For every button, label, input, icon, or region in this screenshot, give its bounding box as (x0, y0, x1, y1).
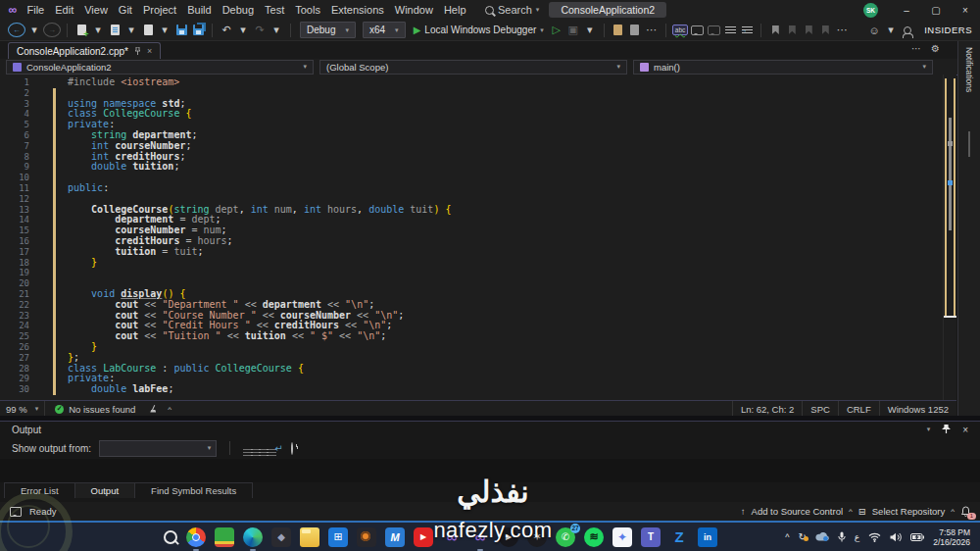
code-line-9[interactable]: 9 double tuition; (0, 162, 956, 173)
chrome-icon[interactable] (186, 527, 206, 547)
linkedin-icon[interactable]: in (698, 527, 717, 547)
panel-tab-error-list[interactable]: Error List (4, 482, 75, 498)
battery-icon[interactable] (910, 533, 924, 541)
solution-name[interactable]: ConsoleApplication2 (549, 2, 666, 18)
open-file-dropdown-icon[interactable]: ▾ (123, 22, 139, 39)
media-player-icon[interactable]: ▶ (499, 527, 518, 547)
add-item-dropdown-icon[interactable]: ▾ (157, 22, 172, 39)
pin-tab-icon[interactable] (134, 47, 141, 55)
input-language-indicator[interactable]: ع (855, 532, 859, 542)
code-line-25[interactable]: 25 cout << "Tuition " << tuition << " $"… (0, 331, 956, 342)
output-source-dropdown[interactable]: ▾ (99, 440, 217, 457)
code-line-18[interactable]: 18 } (0, 258, 956, 269)
scrollbar-thumb[interactable] (949, 118, 952, 230)
panel-dropdown-icon[interactable]: ▾ (927, 426, 931, 433)
line-column-indicator[interactable]: Ln: 62, Ch: 2 (732, 401, 802, 417)
z-app-icon[interactable]: Z (669, 527, 689, 547)
sync-update-icon[interactable]: ↻ (798, 531, 806, 542)
pin-panel-icon[interactable] (942, 425, 951, 435)
notifications-bell-icon[interactable]: 1 (960, 506, 972, 518)
minimize-button[interactable]: – (892, 0, 921, 20)
toggle-bookmark-icon[interactable] (767, 22, 783, 39)
navigate-symbol-icon[interactable] (627, 22, 643, 39)
feedback-smiley-icon[interactable]: ☺ (866, 22, 882, 39)
new-file-icon[interactable] (74, 22, 89, 39)
wifi-icon[interactable] (868, 532, 881, 542)
teams-icon[interactable]: T (641, 527, 661, 547)
account-avatar[interactable]: SK (863, 3, 878, 18)
health-indicator[interactable]: ✓ No issues found (45, 404, 135, 415)
whatsapp-icon[interactable]: ✆27 (556, 527, 575, 547)
code-cleanup-icon[interactable] (149, 405, 158, 414)
find-in-files-icon[interactable] (611, 22, 626, 39)
editor-gear-icon[interactable]: ⚙ (931, 43, 940, 54)
word-wrap-icon[interactable]: ↵ (274, 443, 282, 454)
gem-app-icon[interactable]: ◆ (271, 527, 291, 547)
menu-item-edit[interactable]: Edit (50, 4, 79, 16)
editor-options-icon[interactable]: ⋯ (911, 43, 921, 54)
attach-icon[interactable]: ▣ (565, 22, 581, 39)
clear-bookmarks-icon[interactable] (817, 22, 833, 39)
navigate-back-dropdown-icon[interactable]: ▾ (26, 22, 42, 39)
navigate-back-icon[interactable]: ← (8, 23, 25, 37)
editor-scrollbar[interactable] (943, 75, 956, 400)
visual-studio-icon[interactable]: ∞ (442, 527, 462, 547)
start-debugging-button[interactable]: ▶ Local Windows Debugger ▾ (414, 25, 544, 35)
open-file-icon[interactable] (107, 22, 122, 39)
menu-item-test[interactable]: Test (260, 4, 290, 16)
menu-item-build[interactable]: Build (182, 4, 217, 16)
prev-bookmark-icon[interactable] (784, 22, 800, 39)
file-explorer-icon[interactable] (300, 527, 319, 547)
close-panel-icon[interactable]: × (962, 425, 968, 435)
undo-icon[interactable]: ↶ (219, 22, 234, 39)
code-line-4[interactable]: 4class CollegeCourse { (0, 109, 956, 120)
toolbar-overflow-icon[interactable]: ⋯ (644, 22, 660, 39)
line-ending-indicator[interactable]: CRLF (838, 401, 879, 417)
code-line-11[interactable]: 11public: (0, 183, 956, 194)
attach-dropdown-icon[interactable]: ▾ (582, 22, 598, 39)
uncomment-icon[interactable] (706, 22, 721, 39)
menu-item-extensions[interactable]: Extensions (325, 4, 389, 16)
onedrive-cloud-icon[interactable] (815, 532, 829, 541)
ms-store-icon[interactable]: ⊞ (328, 527, 348, 547)
close-tab-icon[interactable]: × (147, 46, 152, 56)
increase-indent-icon[interactable] (739, 22, 755, 39)
m-app-icon[interactable]: M (385, 527, 405, 547)
search-icon[interactable] (164, 530, 177, 544)
output-content[interactable] (0, 459, 980, 482)
chatgpt-icon[interactable]: ✶ (527, 527, 547, 547)
save-all-icon[interactable] (190, 22, 206, 39)
save-icon[interactable] (173, 22, 189, 39)
menu-item-file[interactable]: File (22, 4, 50, 16)
code-line-1[interactable]: 1#include <iostream> (0, 77, 956, 88)
taskbar-clock[interactable]: 7:58 PM 2/16/2026 (933, 527, 976, 547)
feedback-bubble-icon[interactable] (10, 507, 22, 517)
menu-item-debug[interactable]: Debug (217, 4, 259, 16)
gemini-icon[interactable]: ✦ (612, 527, 632, 547)
code-editor[interactable]: 1#include <iostream>23using namespace st… (0, 75, 956, 400)
visual-studio-2-icon[interactable]: ∞ (470, 527, 490, 547)
next-bookmark-icon[interactable] (801, 22, 816, 39)
edge-icon[interactable] (243, 527, 263, 547)
spaces-indicator[interactable]: SPC (802, 401, 838, 417)
tab-consoleapplication2-cpp[interactable]: ConsoleApplication2.cpp* × (8, 42, 161, 59)
code-line-26[interactable]: 26 } (0, 342, 956, 353)
timestamp-icon[interactable] (291, 443, 293, 454)
scope-dropdown[interactable]: (Global Scope) ▾ (319, 60, 627, 75)
volume-icon[interactable] (890, 532, 902, 542)
solution-platform-dropdown[interactable]: x64 ▾ (363, 22, 406, 38)
code-line-19[interactable]: 19 (0, 268, 956, 278)
search-box[interactable]: Search ▾ (485, 4, 539, 16)
menu-item-view[interactable]: View (79, 4, 114, 16)
menu-item-project[interactable]: Project (137, 4, 181, 16)
spell-checker-toggle-icon[interactable]: abc (672, 22, 688, 39)
start-icon[interactable] (137, 528, 155, 546)
notifications-side-tab[interactable]: Notifications (957, 41, 980, 416)
new-file-dropdown-icon[interactable]: ▾ (90, 22, 106, 39)
panel-tab-output[interactable]: Output (75, 482, 136, 498)
menu-item-git[interactable]: Git (113, 4, 137, 16)
live-share-icon[interactable] (900, 22, 915, 39)
close-button[interactable]: × (951, 0, 980, 20)
navigate-forward-icon[interactable]: → (43, 23, 61, 37)
redo-dropdown-icon[interactable]: ▾ (269, 22, 284, 39)
